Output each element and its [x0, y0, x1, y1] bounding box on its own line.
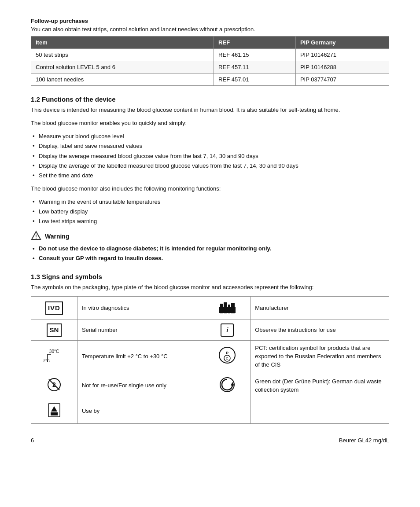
- list-item: Warning in the event of unsuitable tempe…: [31, 198, 389, 206]
- right-desc-cell: Observe the instructions for use: [251, 320, 389, 341]
- info-symbol: i: [221, 323, 234, 337]
- left-symbol-cell: [31, 399, 77, 423]
- ivd-symbol: IVD: [45, 301, 63, 315]
- right-symbol-cell: [204, 297, 251, 320]
- table-cell: 50 test strips: [31, 49, 214, 61]
- symbol-row: Use by: [31, 399, 389, 423]
- table-row: 50 test stripsREF 461.15PIP 10146271: [31, 49, 389, 61]
- table-cell: Control solution LEVEL 5 and 6: [31, 61, 214, 73]
- left-symbol-cell: 2: [31, 373, 77, 399]
- right-desc-cell: Green dot (Der Grüne Punkt): German dual…: [251, 373, 389, 399]
- warning-list: Do not use the device to diagnose diabet…: [31, 244, 389, 265]
- svg-text:C: C: [226, 356, 228, 360]
- follow-up-section: Follow-up purchases You can also obtain …: [31, 18, 389, 86]
- list-item: Display the average of the labelled meas…: [31, 162, 389, 170]
- table-cell: REF 461.15: [214, 49, 296, 61]
- svg-marker-21: [51, 406, 57, 411]
- right-desc-cell-empty: [251, 399, 389, 423]
- purchase-table: Item REF PIP Germany 50 test stripsREF 4…: [31, 36, 389, 86]
- reuse-symbol: 2: [47, 386, 62, 393]
- warning-item: Do not use the device to diagnose diabet…: [31, 244, 389, 254]
- table-header-item: Item: [31, 37, 214, 49]
- svg-text:!: !: [35, 233, 37, 240]
- temp-symbol: 30°C 2°C: [43, 348, 65, 364]
- table-row: Control solution LEVEL 5 and 6REF 457.11…: [31, 61, 389, 73]
- useby-symbol: [48, 412, 61, 419]
- left-symbol-cell: 30°C 2°C: [31, 341, 77, 373]
- monitoring-list: Warning in the event of unsuitable tempe…: [31, 198, 389, 226]
- follow-up-title: Follow-up purchases: [31, 18, 389, 24]
- symbols-table: IVDIn vitro diagnostics ManufacturerSNSe…: [31, 296, 389, 424]
- svg-rect-22: [51, 412, 58, 415]
- svg-text:2: 2: [52, 381, 56, 388]
- pct-symbol: P C: [218, 359, 236, 365]
- right-symbol-cell: [204, 373, 251, 399]
- list-item: Display, label and save measured values: [31, 142, 389, 151]
- table-cell: REF 457.11: [214, 61, 296, 73]
- footer-page-number: 6: [31, 437, 34, 444]
- table-cell: PIP 10146271: [295, 49, 389, 61]
- svg-text:30°C: 30°C: [49, 349, 59, 354]
- section-12-body2: The blood glucose monitor enables you to…: [31, 119, 389, 128]
- table-cell: 100 lancet needles: [31, 73, 214, 86]
- follow-up-description: You can also obtain test strips, control…: [31, 26, 389, 33]
- section-12: 1.2 Functions of the device This device …: [31, 96, 389, 264]
- warning-title-label: Warning: [45, 233, 69, 240]
- svg-text:2°C: 2°C: [43, 359, 50, 363]
- symbol-row: 2 Not for re-use/For single use only Gre…: [31, 373, 389, 399]
- section-13-body: The symbols on the packaging, type plate…: [31, 283, 389, 292]
- list-item: Set the time and date: [31, 171, 389, 180]
- list-item: Low battery display: [31, 207, 389, 216]
- left-desc-cell: Not for re-use/For single use only: [77, 373, 204, 399]
- left-desc-cell: Temperature limit +2 °C to +30 °C: [77, 341, 204, 373]
- sn-symbol: SN: [47, 323, 62, 337]
- list-item: Measure your blood glucose level: [31, 132, 389, 141]
- right-desc-cell: PCT: certification symbol for products t…: [251, 341, 389, 373]
- section-12-heading: 1.2 Functions of the device: [31, 96, 389, 103]
- left-desc-cell: In vitro diagnostics: [77, 297, 204, 320]
- svg-rect-4: [224, 302, 227, 313]
- left-symbol-cell: SN: [31, 320, 77, 341]
- table-row: 100 lancet needlesREF 457.01PIP 03774707: [31, 73, 389, 86]
- footer-product: Beurer GL42 mg/dL: [339, 437, 389, 444]
- manufacturer-symbol: [218, 308, 236, 315]
- page-footer: 6 Beurer GL42 mg/dL: [31, 437, 389, 444]
- right-symbol-cell: i: [204, 320, 251, 341]
- svg-text:P: P: [226, 351, 228, 355]
- list-item: Display the average measured blood gluco…: [31, 152, 389, 161]
- svg-rect-5: [228, 305, 230, 313]
- right-symbol-cell: P C: [204, 341, 251, 373]
- left-desc-cell: Use by: [77, 399, 204, 423]
- table-cell: PIP 03774707: [295, 73, 389, 86]
- warning-item: Consult your GP with regard to insulin d…: [31, 254, 389, 263]
- section-13-heading: 1.3 Signs and symbols: [31, 273, 389, 280]
- section-12-body3: The blood glucose monitor also includes …: [31, 184, 389, 193]
- symbol-row: IVDIn vitro diagnostics Manufacturer: [31, 297, 389, 320]
- symbol-row: 30°C 2°C Temperature limit +2 °C to +30 …: [31, 341, 389, 373]
- warning-title-row: ! Warning: [31, 231, 389, 242]
- right-desc-cell: Manufacturer: [251, 297, 389, 320]
- section-13: 1.3 Signs and symbols The symbols on the…: [31, 273, 389, 424]
- table-cell: PIP 10146288: [295, 61, 389, 73]
- list-item: Low test strips warning: [31, 217, 389, 226]
- warning-icon: !: [31, 231, 41, 242]
- features-list: Measure your blood glucose levelDisplay,…: [31, 132, 389, 180]
- table-header-ref: REF: [214, 37, 296, 49]
- symbol-row: SNSerial numberiObserve the instructions…: [31, 320, 389, 341]
- section-12-body1: This device is intended for measuring th…: [31, 106, 389, 114]
- left-symbol-cell: IVD: [31, 297, 77, 320]
- greendot-symbol: [219, 387, 235, 394]
- svg-rect-6: [231, 303, 235, 313]
- table-header-pip: PIP Germany: [295, 37, 389, 49]
- warning-block: ! Warning Do not use the device to diagn…: [31, 231, 389, 265]
- left-desc-cell: Serial number: [77, 320, 204, 341]
- right-symbol-cell-empty: [204, 399, 251, 423]
- svg-rect-3: [220, 304, 223, 313]
- table-cell: REF 457.01: [214, 73, 296, 86]
